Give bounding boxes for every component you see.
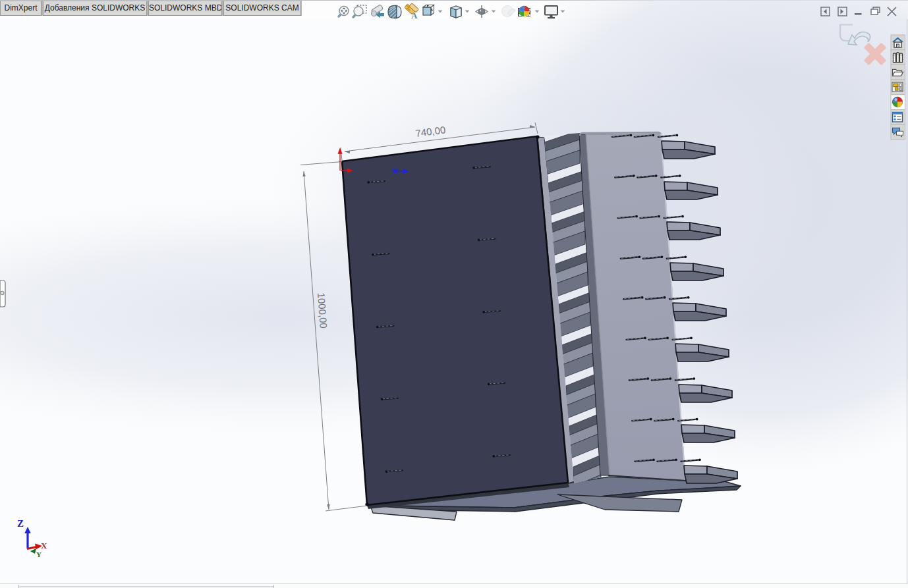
- svg-text:Y: Y: [36, 550, 42, 558]
- svg-text:X: X: [41, 541, 47, 550]
- svg-text:Z: Z: [17, 518, 24, 529]
- svg-text:A: A: [411, 11, 418, 20]
